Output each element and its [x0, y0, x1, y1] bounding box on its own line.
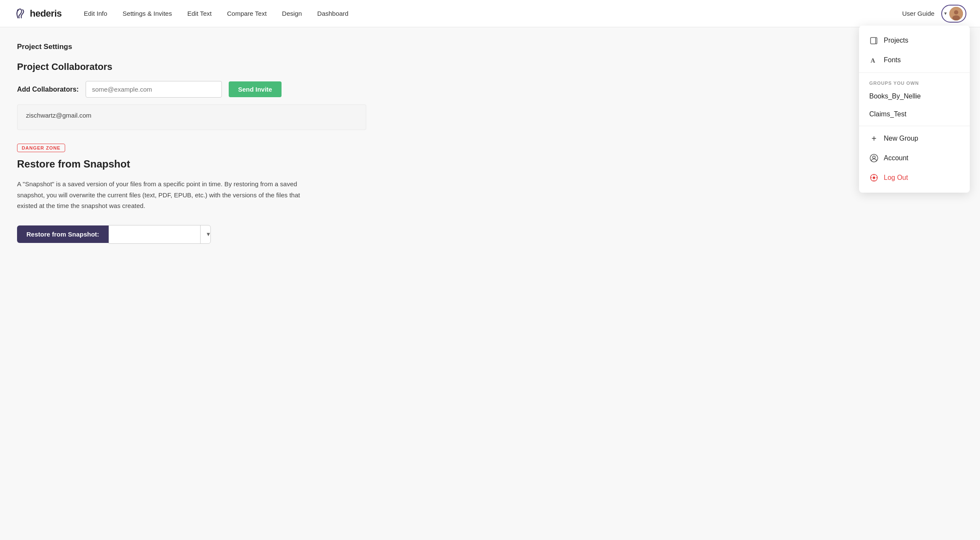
- fonts-icon: A: [869, 55, 879, 65]
- add-collaborators-row: Add Collaborators: Send Invite: [17, 81, 366, 98]
- chevron-down-icon: ▼: [943, 11, 948, 16]
- svg-point-3: [952, 15, 960, 20]
- dropdown-account[interactable]: Account: [859, 148, 970, 168]
- restore-from-snapshot-button[interactable]: Restore from Snapshot:: [17, 225, 109, 243]
- avatar: [949, 7, 963, 20]
- nav-dashboard[interactable]: Dashboard: [310, 6, 355, 20]
- snapshot-select-input[interactable]: [109, 231, 200, 238]
- dropdown-projects[interactable]: Projects: [859, 31, 970, 50]
- svg-point-0: [17, 9, 19, 11]
- dropdown-group1[interactable]: Books_By_Nellie: [859, 87, 970, 105]
- new-group-label: New Group: [884, 135, 918, 142]
- snapshot-chevron-icon[interactable]: ▼: [200, 225, 216, 243]
- dropdown-menu: Projects A Fonts Groups You Own Books_By…: [859, 26, 970, 193]
- divider-1: [859, 72, 970, 73]
- restore-row: Restore from Snapshot: ▼: [17, 225, 366, 244]
- page-settings-title: Project Settings: [17, 43, 366, 51]
- dropdown-logout[interactable]: Log Out: [859, 168, 970, 188]
- logout-label: Log Out: [884, 174, 908, 182]
- logo[interactable]: hederis: [14, 7, 62, 20]
- nav-design[interactable]: Design: [275, 6, 309, 20]
- logo-text: hederis: [30, 8, 62, 19]
- logout-icon: [869, 173, 879, 182]
- user-avatar-button[interactable]: ▼: [941, 5, 966, 23]
- danger-badge: Danger Zone: [17, 144, 65, 152]
- snapshot-select-wrapper: ▼: [109, 225, 211, 244]
- collaborator-email: zischwartz@gmail.com: [26, 112, 92, 119]
- group1-label: Books_By_Nellie: [869, 92, 921, 100]
- email-input[interactable]: [86, 81, 222, 98]
- divider-2: [859, 126, 970, 126]
- nav-edit-info[interactable]: Edit Info: [77, 6, 114, 20]
- svg-text:A: A: [871, 57, 875, 64]
- restore-heading: Restore from Snapshot: [17, 158, 366, 170]
- svg-point-6: [873, 156, 875, 159]
- dropdown-fonts[interactable]: A Fonts: [859, 50, 970, 70]
- main-content: Project Settings Project Collaborators A…: [0, 27, 383, 259]
- group2-label: Claims_Test: [869, 110, 906, 118]
- nav-edit-text[interactable]: Edit Text: [181, 6, 218, 20]
- account-icon: [869, 153, 879, 163]
- nav-compare-text[interactable]: Compare Text: [220, 6, 273, 20]
- dropdown-new-group[interactable]: + New Group: [859, 129, 970, 148]
- collaborators-list: zischwartz@gmail.com: [17, 104, 366, 130]
- account-label: Account: [884, 154, 908, 162]
- send-invite-button[interactable]: Send Invite: [229, 81, 282, 97]
- svg-point-8: [873, 176, 875, 179]
- collaborators-heading: Project Collaborators: [17, 61, 366, 72]
- svg-point-2: [954, 10, 958, 14]
- restore-description: A "Snapshot" is a saved version of your …: [17, 179, 307, 211]
- book-icon: [869, 36, 879, 45]
- user-guide-link[interactable]: User Guide: [902, 10, 934, 17]
- add-collaborators-label: Add Collaborators:: [17, 86, 79, 93]
- fonts-label: Fonts: [884, 56, 901, 64]
- header-right: User Guide ▼: [902, 5, 966, 23]
- nav-settings-invites[interactable]: Settings & Invites: [116, 6, 179, 20]
- groups-section-label: Groups You Own: [859, 75, 970, 87]
- dropdown-group2[interactable]: Claims_Test: [859, 105, 970, 123]
- plus-icon: +: [869, 134, 879, 143]
- header: hederis Edit Info Settings & Invites Edi…: [0, 0, 980, 27]
- main-nav: Edit Info Settings & Invites Edit Text C…: [77, 6, 902, 20]
- projects-label: Projects: [884, 37, 908, 44]
